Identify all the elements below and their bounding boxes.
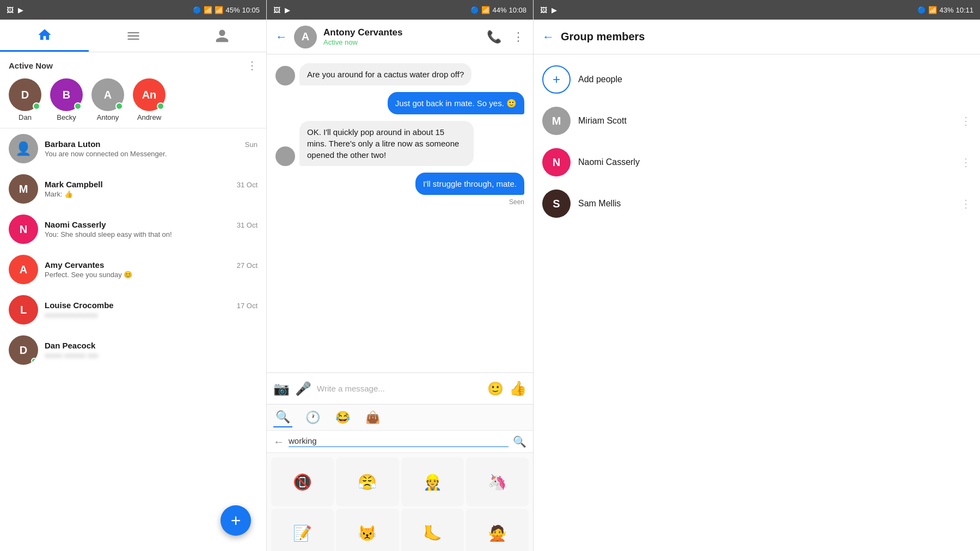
add-people-circle: + [542, 65, 571, 94]
status-bar-left-p3: 🖼 ▶ [540, 6, 557, 14]
status-bar-right-p1: 🔵 📶 📶 45% 10:05 [193, 6, 260, 14]
add-people-item[interactable]: + Add people [534, 59, 980, 100]
sticker-item-2[interactable]: 😤 [336, 457, 399, 506]
sticker-item-1[interactable]: 📵 [271, 457, 334, 506]
conv-preview-barbara: You are now connected on Messenger. [45, 150, 197, 158]
conv-item-amy[interactable]: A Amy Cervantes 27 Oct Perfect. See you … [0, 249, 266, 290]
online-indicator-dan [33, 102, 40, 110]
sticker-item-4[interactable]: 🦄 [466, 457, 529, 506]
msg-row-1: Are you around for a cactus water drop o… [275, 63, 524, 85]
sticker-item-6[interactable]: 😾 [336, 509, 399, 551]
sticker-item-3[interactable]: 👷 [401, 457, 464, 506]
sticker-tab-bag[interactable]: 👜 [363, 408, 382, 427]
conv-item-louise[interactable]: L Louise Crocombe 17 Oct xxxxxxxxxxxxxxx [0, 290, 266, 330]
sticker-back-button[interactable]: ← [273, 436, 284, 448]
play-icon-p3: ▶ [552, 6, 557, 14]
conv-preview-amy: Perfect. See you sunday 😊 [45, 271, 197, 279]
bluetooth-icon: 🔵 [193, 6, 201, 14]
member-item-naomi[interactable]: N Naomi Casserly ⋮ [534, 142, 980, 183]
back-button-group[interactable]: ← [542, 30, 554, 44]
sticker-grid: 📵 😤 👷 🦄 📝 😾 🦶 🙅 [267, 453, 533, 551]
photo-icon: 🖼 [7, 6, 14, 14]
conv-row-dan: Dan Peacock [45, 341, 258, 350]
panel1-inner: Active Now ⋮ D Dan B [0, 52, 266, 551]
active-user-andrew[interactable]: An Andrew [133, 78, 166, 121]
camera-button[interactable]: 📷 [273, 381, 290, 396]
member-item-sam[interactable]: S Sam Mellis ⋮ [534, 183, 980, 224]
active-user-name-becky: Becky [57, 113, 76, 121]
avatar-sam: S [542, 189, 571, 218]
tab-profile[interactable] [177, 20, 266, 52]
time-p3: 10:11 [955, 6, 973, 14]
active-user-dan[interactable]: D Dan [9, 78, 41, 121]
active-now-more[interactable]: ⋮ [247, 59, 258, 72]
conv-info-amy: Amy Cervantes 27 Oct Perfect. See you su… [45, 260, 258, 279]
chat-contact-name: Antony Cervantes [323, 27, 480, 38]
chat-header-actions: 📞 ⋮ [487, 30, 524, 44]
tab-home[interactable] [0, 20, 89, 52]
message-input[interactable] [317, 384, 482, 393]
conv-row-louise: Louise Crocombe 17 Oct [45, 301, 258, 310]
avatar-amy: A [9, 255, 38, 284]
conv-preview-dan: xxxxx xxxxxx xxx [45, 351, 197, 359]
conv-item-barbara[interactable]: 👤 Barbara Luton Sun You are now connecte… [0, 128, 266, 169]
sticker-tab-search[interactable]: 🔍 [273, 408, 292, 427]
time-p1: 10:05 [242, 6, 260, 14]
sticker-tab-funny[interactable]: 😂 [333, 408, 352, 427]
active-user-antony[interactable]: A Antony [91, 78, 124, 121]
back-button-chat[interactable]: ← [275, 30, 287, 44]
msg-bubble-received-2: OK. I'll quickly pop around in about 15 … [299, 121, 474, 166]
status-bar-left-p2: 🖼 ▶ [273, 6, 290, 14]
member-more-miriam[interactable]: ⋮ [960, 114, 971, 127]
new-message-fab[interactable]: + [220, 505, 251, 536]
signal-icon: 📶 [215, 6, 223, 14]
msg-bubble-received-1: Are you around for a cactus water drop o… [299, 63, 471, 85]
more-options-button[interactable]: ⋮ [512, 30, 524, 44]
avatar-mark-shape: M [9, 174, 38, 204]
wifi-icon: 📶 [204, 6, 212, 14]
active-user-becky[interactable]: B Becky [50, 78, 83, 121]
conv-item-dan[interactable]: D Dan Peacock xxxxx xxxxxx xxx [0, 330, 266, 370]
microphone-button[interactable]: 🎤 [295, 381, 311, 396]
online-indicator-becky [74, 102, 82, 110]
conv-date-louise: 17 Oct [237, 302, 258, 310]
sticker-item-7[interactable]: 🦶 [401, 509, 464, 551]
call-button[interactable]: 📞 [487, 30, 501, 44]
member-more-naomi[interactable]: ⋮ [960, 156, 971, 169]
sticker-item-8[interactable]: 🙅 [466, 509, 529, 551]
bluetooth-icon-p2: 🔵 [470, 6, 479, 14]
add-plus-icon: + [553, 72, 560, 87]
message-input-bar: 📷 🎤 🙂 👍 [267, 372, 533, 404]
thumbsup-button[interactable]: 👍 [509, 380, 526, 397]
conv-info-barbara: Barbara Luton Sun You are now connected … [45, 139, 258, 158]
avatar-mark: M [9, 174, 38, 204]
tab-menu[interactable] [89, 20, 177, 52]
sticker-tab-recent[interactable]: 🕐 [303, 408, 322, 427]
sticker-item-5[interactable]: 📝 [271, 509, 334, 551]
avatar-amy-shape: A [9, 255, 38, 284]
online-indicator-andrew [157, 102, 164, 110]
conv-name-barbara: Barbara Luton [45, 139, 101, 149]
status-bar-panel3: 🖼 ▶ 🔵 📶 43% 10:11 [534, 0, 980, 20]
conv-item-naomi[interactable]: N Naomi Casserly 31 Oct You: She should … [0, 209, 266, 249]
msg-row-2: Just got back in mate. So yes. 🙂 [275, 92, 524, 114]
msg-bubble-sent-2: I'll struggle through, mate. [415, 173, 524, 195]
sticker-search-input[interactable] [289, 436, 509, 447]
play-icon-p2: ▶ [285, 6, 290, 14]
photo-icon-p3: 🖼 [540, 6, 547, 14]
conv-row-amy: Amy Cervantes 27 Oct [45, 260, 258, 270]
avatar-wrap-andrew: An [133, 78, 166, 111]
conv-info-dan: Dan Peacock xxxxx xxxxxx xxx [45, 341, 258, 359]
avatar-barbara: 👤 [9, 134, 38, 163]
sticker-search-icon[interactable]: 🔍 [513, 435, 526, 448]
avatar-wrap-dan: D [9, 78, 41, 111]
msg-avatar-antony-1 [275, 66, 295, 85]
conv-date-barbara: Sun [245, 140, 258, 149]
member-item-miriam[interactable]: M Miriam Scott ⋮ [534, 100, 980, 142]
conv-item-mark[interactable]: M Mark Campbell 31 Oct Mark: 👍 [0, 169, 266, 209]
emoji-button[interactable]: 🙂 [487, 381, 504, 396]
member-more-sam[interactable]: ⋮ [960, 197, 971, 210]
chat-avatar-antony: A [294, 26, 317, 48]
chat-header: ← A Antony Cervantes Active now 📞 ⋮ [267, 20, 533, 54]
conv-name-dan: Dan Peacock [45, 341, 95, 350]
